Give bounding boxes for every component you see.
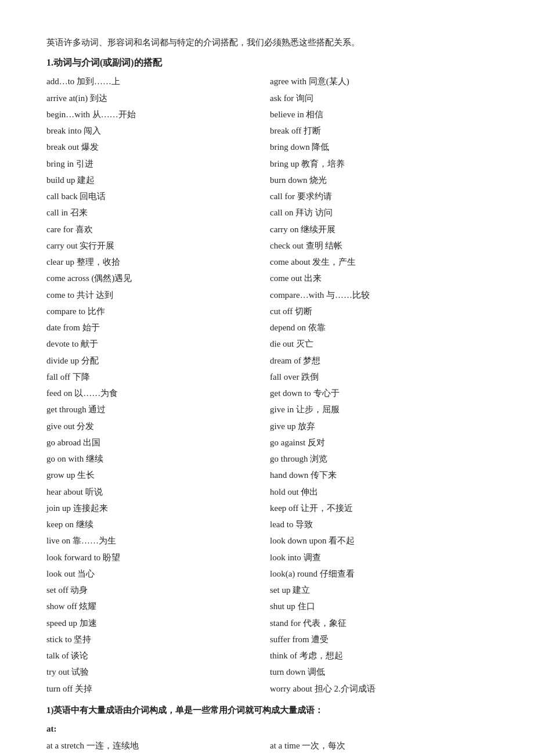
entry-right: shut up 住口 [270, 598, 488, 614]
at-section: at: at a stretch 一连，连续地at a time 一次，每次at… [46, 721, 488, 756]
entry-left: clear up 整理，收拾 [46, 254, 264, 270]
entry-right: hold out 伸出 [270, 484, 488, 500]
entry-right: think of 考虑，想起 [270, 647, 488, 664]
section1-title: 1.动词与介词(或副词)的搭配 [46, 55, 488, 71]
entry-left: fall off 下降 [46, 369, 264, 385]
at-label: at: [46, 721, 488, 736]
entry-left: break into 闯入 [46, 123, 264, 139]
entry-left: turn off 关掉 [46, 681, 264, 697]
entry-left: try out 试验 [46, 664, 264, 680]
at-entries-grid: at a stretch 一连，连续地at a time 一次，每次at eas… [46, 737, 488, 756]
entry-left: add…to 加到……上 [46, 73, 264, 89]
entry-right: cut off 切断 [270, 303, 488, 319]
entry-left: carry out 实行开展 [46, 237, 264, 254]
entry-right: look(a) round 仔细查看 [270, 566, 488, 582]
entry-left: join up 连接起来 [46, 500, 264, 516]
entry-right: look into 调查 [270, 549, 488, 566]
entry-left: break out 爆发 [46, 139, 264, 155]
at-entry-right: at first sight 一见(钟情) [270, 754, 488, 757]
entry-right: check out 查明 结帐 [270, 237, 488, 254]
entry-right: bring down 降低 [270, 139, 488, 155]
entry-right: depend on 依靠 [270, 319, 488, 336]
entry-left: come across (偶然)遇见 [46, 270, 264, 286]
entry-left: talk of 谈论 [46, 647, 264, 664]
entry-left: give out 分发 [46, 418, 264, 434]
entry-left: stick to 坚持 [46, 631, 264, 647]
at-entry-left: at a stretch 一连，连续地 [46, 737, 264, 754]
entry-right: worry about 担心 2.介词成语 [270, 681, 488, 697]
entry-left: bring in 引进 [46, 156, 264, 172]
entry-right: call on 拜访 访问 [270, 204, 488, 221]
entry-left: keep on 继续 [46, 516, 264, 532]
entry-right: look down upon 看不起 [270, 532, 488, 549]
entry-right: stand for 代表，象征 [270, 615, 488, 631]
entry-left: look forward to 盼望 [46, 549, 264, 566]
entry-left: speed up 加速 [46, 615, 264, 631]
entry-right: carry on 继续开展 [270, 221, 488, 237]
entry-left: build up 建起 [46, 172, 264, 188]
entry-left: go abroad 出国 [46, 434, 264, 451]
entry-right: dream of 梦想 [270, 352, 488, 369]
entry-left: go on with 继续 [46, 451, 264, 467]
entry-right: call for 要求约请 [270, 188, 488, 204]
at-entry-left: at ease 稍息，安心 [46, 754, 264, 757]
entry-left: divide up 分配 [46, 352, 264, 369]
entry-right: set up 建立 [270, 582, 488, 598]
entry-right: get down to 专心于 [270, 385, 488, 401]
entry-left: show off 炫耀 [46, 598, 264, 614]
entry-left: call in 召来 [46, 204, 264, 221]
entry-left: set off 动身 [46, 582, 264, 598]
entry-right: fall over 跌倒 [270, 369, 488, 385]
entry-left: grow up 生长 [46, 467, 264, 483]
entry-left: begin…with 从……开始 [46, 106, 264, 123]
entry-left: live on 靠……为生 [46, 532, 264, 549]
entry-left: come to 共计 达到 [46, 287, 264, 303]
entry-left: compare to 比作 [46, 303, 264, 319]
entry-right: give up 放弃 [270, 418, 488, 434]
entry-right: go against 反对 [270, 434, 488, 451]
entry-left: feed on 以……为食 [46, 385, 264, 401]
section2-title: 1)英语中有大量成语由介词构成，单是一些常用介词就可构成大量成语： [46, 703, 488, 718]
entry-right: burn down 烧光 [270, 172, 488, 188]
entry-right: come about 发生，产生 [270, 254, 488, 270]
entry-right: compare…with 与……比较 [270, 287, 488, 303]
entry-left: devote to 献于 [46, 336, 264, 352]
entry-left: look out 当心 [46, 566, 264, 582]
entry-right: keep off 让开，不接近 [270, 500, 488, 516]
entry-left: arrive at(in) 到达 [46, 90, 264, 106]
entry-left: get through 通过 [46, 401, 264, 417]
entry-right: hand down 传下来 [270, 467, 488, 483]
entry-right: agree with 同意(某人) [270, 73, 488, 89]
entries-grid: add…to 加到……上agree with 同意(某人)arrive at(i… [46, 73, 488, 697]
entry-right: believe in 相信 [270, 106, 488, 123]
entry-right: give in 让步，屈服 [270, 401, 488, 417]
entry-left: date from 始于 [46, 319, 264, 336]
entry-right: die out 灭亡 [270, 336, 488, 352]
entry-right: come out 出来 [270, 270, 488, 286]
entry-right: ask for 询问 [270, 90, 488, 106]
entry-left: hear about 听说 [46, 484, 264, 500]
entry-right: go through 浏览 [270, 451, 488, 467]
entry-right: lead to 导致 [270, 516, 488, 532]
at-entry-right: at a time 一次，每次 [270, 737, 488, 754]
intro-text: 英语许多动词、形容词和名词都与特定的介词搭配，我们必须熟悉这些搭配关系。 [46, 35, 488, 50]
entry-right: turn down 调低 [270, 664, 488, 680]
entry-right: bring up 教育，培养 [270, 156, 488, 172]
entry-left: call back 回电话 [46, 188, 264, 204]
entry-left: care for 喜欢 [46, 221, 264, 237]
entry-right: suffer from 遭受 [270, 631, 488, 647]
entry-right: break off 打断 [270, 123, 488, 139]
